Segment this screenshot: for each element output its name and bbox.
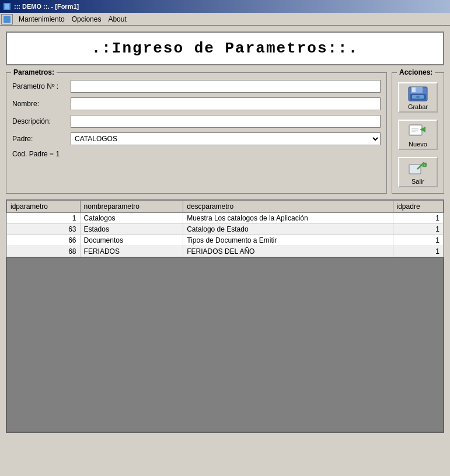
title-text: ::: DEMO ::. - [Form1] [14,3,79,10]
col-descparametro: descparametro [183,201,393,213]
actions-group: Acciones: Grabar [392,72,444,194]
cell-idpadre: 1 [393,235,443,246]
exit-icon [407,160,428,177]
cell-nombreparametro: Documentos [80,235,183,246]
grabar-label: Grabar [408,103,428,110]
actions-legend: Acciones: [397,68,435,76]
svg-point-8 [416,96,420,98]
cell-idparametro: 66 [7,235,81,246]
menu-opciones[interactable]: Opciones [68,14,105,24]
cell-descparametro: Tipos de Documento a Emitir [183,235,393,246]
nombre-row: Nombre: [12,97,381,110]
table-row[interactable]: 1CatalogosMuestra Los catalogos de la Ap… [7,213,444,224]
svg-rect-1 [5,4,9,9]
app-icon [2,2,12,11]
cell-idparametro: 68 [7,246,81,257]
cell-nombreparametro: Catalogos [80,213,183,224]
cell-nombreparametro: FERIADOS [80,246,183,257]
menu-mantenimiento[interactable]: Mantenimiento [15,14,68,24]
menu-about[interactable]: About [104,14,130,24]
cell-idpadre: 1 [393,213,443,224]
cell-descparametro: Catalogo de Estado [183,224,393,235]
nombre-label: Nombre: [12,100,71,108]
svg-rect-16 [409,164,421,174]
descripcion-input[interactable] [71,115,381,128]
padre-label: Padre: [12,135,71,143]
nombre-input[interactable] [71,97,381,110]
menu-app-icon[interactable] [1,14,13,24]
descripcion-label: Descripción: [12,117,71,125]
col-nombreparametro: nombreparametro [80,201,183,213]
cell-idparametro: 1 [7,213,81,224]
cell-idparametro: 63 [7,224,81,235]
main-area: .:Ingreso de Parametros::. Parametros: P… [0,26,450,476]
parametro-input[interactable] [71,80,381,93]
data-table-container: idparametro nombreparametro descparametr… [6,200,444,433]
table-header-row: idparametro nombreparametro descparametr… [7,201,444,213]
table-row[interactable]: 68FERIADOSFERIADOS DEL AÑO1 [7,246,444,257]
svg-rect-2 [4,16,11,23]
params-legend: Parametros: [11,68,57,76]
table-row[interactable]: 63EstadosCatalogo de Estado1 [7,224,444,235]
page-title: .:Ingreso de Parametros::. [6,32,444,65]
cell-descparametro: Muestra Los catalogos de la Aplicación [183,213,393,224]
empty-area [6,257,444,432]
data-table: idparametro nombreparametro descparametr… [6,200,444,257]
title-bar: ::: DEMO ::. - [Form1] [0,0,450,13]
menu-bar: Mantenimiento Opciones About [0,13,450,26]
svg-rect-5 [412,88,416,92]
parametro-label: Parametro Nº : [12,82,71,90]
new-icon [407,123,428,139]
col-idparametro: idparametro [7,201,81,213]
parametro-row: Parametro Nº : [12,80,381,93]
salir-label: Salir [411,178,424,185]
params-group: Parametros: Parametro Nº : Nombre: Descr… [6,72,387,194]
cell-nombreparametro: Estados [80,224,183,235]
table-row[interactable]: 66DocumentosTipos de Documento a Emitir1 [7,235,444,246]
cell-idpadre: 1 [393,246,443,257]
col-idpadre: idpadre [393,201,443,213]
grabar-button[interactable]: Grabar [398,82,438,113]
nuevo-label: Nuevo [409,141,427,148]
padre-select[interactable]: CATALOGOS Estados Documentos FERIADOS [71,132,381,145]
cell-descparametro: FERIADOS DEL AÑO [183,246,393,257]
padre-row: Padre: CATALOGOS Estados Documentos FERI… [12,132,381,145]
descripcion-row: Descripción: [12,115,381,128]
salir-button[interactable]: Salir [398,157,438,187]
cell-idpadre: 1 [393,224,443,235]
nuevo-button[interactable]: Nuevo [398,120,438,150]
save-icon [407,86,428,102]
cod-padre-text: Cod. Padre = 1 [12,150,381,158]
content-layout: Parametros: Parametro Nº : Nombre: Descr… [6,72,444,194]
svg-rect-15 [422,129,425,131]
